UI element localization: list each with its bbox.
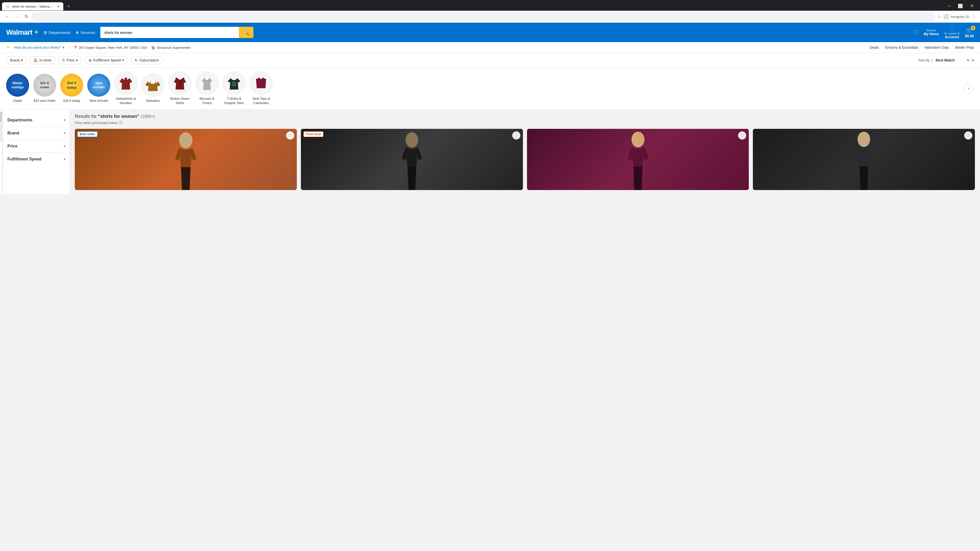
price-filter-label: Price [66, 58, 75, 62]
category-item-tshirts[interactable]: T-Shirts & Graphic Tees [223, 72, 245, 105]
instore-filter[interactable]: 🏠 In-store [30, 56, 55, 64]
price-note-text: Price when purchased online [75, 121, 118, 125]
sort-select[interactable]: Best Match Price Low to High Price High … [935, 58, 970, 62]
product-grid: Best seller ♡ Flash Deal ♡ [75, 129, 975, 190]
valentines-nav-link[interactable]: Valentine's Day [924, 45, 949, 49]
wishlist-icon[interactable]: ♡ [913, 29, 918, 36]
grocery-nav-link[interactable]: Grocery & Essentials [885, 45, 918, 49]
how-label: How do you want your items? [14, 45, 61, 49]
cart-badge: 0 [971, 26, 975, 30]
product-card-3[interactable]: ♡ [527, 129, 749, 190]
category-item-sweaters[interactable]: Sweaters [142, 74, 164, 103]
svg-rect-4 [232, 81, 236, 86]
info-icon[interactable]: ⓘ [119, 121, 123, 125]
back-button[interactable]: ← [3, 13, 11, 21]
page-body: Brand ▾ 🏠 In-store © Price ▾ ⊕ Fulfillme… [0, 53, 980, 194]
svg-point-1 [180, 81, 180, 82]
bookmark-icon[interactable]: ☆ [937, 14, 941, 19]
category-item-blouses[interactable]: Blouses & Tunics [196, 72, 218, 105]
wishlist-button-1[interactable]: ♡ [286, 131, 294, 140]
category-circle-tshirts [223, 72, 245, 95]
scroll-indicator[interactable] [0, 110, 2, 194]
departments-section-header[interactable]: Departments ▾ [7, 118, 65, 122]
new-tab-button[interactable]: + [65, 3, 72, 10]
svg-point-2 [180, 83, 180, 84]
wishlist-button-2[interactable]: ♡ [512, 131, 520, 140]
sort-area: Sort by | Best Match Price Low to High P… [918, 58, 974, 62]
account-group[interactable]: 👤 Hi, Lauren D Account [944, 26, 960, 39]
browser-chrome: 🛒 shirts for women - Walmart.co... ✕ + ─… [0, 0, 980, 23]
brand-filter[interactable]: Brand ▾ [6, 56, 27, 64]
flash-badge-2: Flash Deal [304, 131, 323, 137]
price-section-label: Price [7, 144, 18, 148]
departments-grid-icon: ⊞ [44, 30, 47, 35]
wishlist-button-4[interactable]: ♡ [964, 131, 972, 140]
wishlist-button-3[interactable]: ♡ [738, 131, 746, 140]
cart-group[interactable]: 🛒 0 $0.00 [965, 27, 974, 38]
category-label-buttondown: Button Down Shirts [169, 97, 191, 105]
cart-price: $0.00 [965, 34, 974, 38]
category-circle-text-newarrivals: Newarrivals [91, 79, 106, 91]
category-item-deals[interactable]: Wintersavings Deals [6, 74, 29, 103]
price-filter[interactable]: © Price ▾ [59, 56, 82, 64]
price-section-header[interactable]: Price ▾ [7, 144, 65, 148]
forward-button[interactable]: → [13, 13, 21, 21]
buttondown-svg [171, 74, 189, 92]
active-tab[interactable]: 🛒 shirts for women - Walmart.co... ✕ [2, 2, 63, 11]
sort-label: Sort by [918, 58, 929, 62]
product-card-1[interactable]: Best seller ♡ [75, 129, 297, 190]
tshirt-svg [225, 74, 243, 92]
minimize-button[interactable]: ─ [945, 2, 953, 10]
reorder-group[interactable]: Reorder My Items [924, 29, 939, 36]
category-item-under15[interactable]: $15 &under $15 and Under [33, 74, 56, 103]
sidebar-section-departments: Departments ▾ [7, 114, 65, 127]
url-input[interactable]: walmart.com/search?q=shirts%20for%20wome… [36, 14, 931, 19]
location-info[interactable]: 📍 20 Cooper Square, New York, NY 10003, … [73, 46, 147, 49]
services-nav[interactable]: ⊕ Services [76, 30, 95, 35]
close-window-button[interactable]: ✕ [968, 2, 976, 10]
address-bar[interactable]: walmart.com/search?q=shirts%20for%20wome… [32, 13, 935, 21]
departments-nav[interactable]: ⊞ Departments [44, 30, 70, 35]
winter-prep-nav-link[interactable]: Winter Prep [955, 45, 974, 49]
category-item-tank[interactable]: Tank Tops & Camisoles [250, 72, 272, 105]
category-item-sweatshirts[interactable]: Sweatshirts & Hoodies [115, 72, 137, 105]
search-input[interactable] [100, 27, 239, 38]
subscription-filter-label: Subscription [139, 58, 159, 62]
search-button[interactable]: 🔍 [239, 27, 253, 38]
fulfillment-section-label: Fulfillment Speed [7, 157, 41, 162]
product-card-2[interactable]: Flash Deal ♡ [301, 129, 523, 190]
subscription-filter[interactable]: ↻ Subscription [131, 56, 163, 64]
category-circle-text-getittoday: Get ittoday [65, 79, 78, 91]
tab-bar: 🛒 shirts for women - Walmart.co... ✕ + ─… [0, 0, 980, 11]
svg-point-6 [406, 132, 418, 148]
walmart-logo[interactable]: Walmart ✦ [6, 28, 38, 37]
tab-close-icon[interactable]: ✕ [57, 5, 60, 8]
carousel-next-button[interactable]: › [964, 83, 974, 94]
category-item-buttondown[interactable]: Button Down Shirts [169, 72, 191, 105]
deals-nav-link[interactable]: Deals [870, 45, 879, 49]
chevron-down-icon: ▾ [62, 45, 64, 49]
reload-button[interactable]: ↻ [23, 13, 30, 21]
header-right: ♡ Reorder My Items 👤 Hi, Lauren D Accoun… [913, 26, 974, 39]
sweater-svg [144, 76, 162, 94]
fulfillment-section-header[interactable]: Fulfillment Speed ▾ [7, 157, 65, 162]
fulfillment-filter[interactable]: ⊕ Fulfillment Speed ▾ [85, 56, 128, 64]
category-item-newarrivals[interactable]: Newarrivals New Arrivals [87, 74, 110, 103]
reorder-label: Reorder [926, 29, 936, 32]
delivery-method-button[interactable]: How do you want your items? ▾ [14, 45, 64, 49]
menu-icon[interactable]: ⋮ [971, 14, 977, 20]
store-name: Secaucus Supercenter [157, 46, 191, 49]
tank-svg [252, 74, 270, 92]
chevron-down-icon: ▾ [76, 58, 78, 62]
svg-point-5 [179, 132, 192, 148]
price-note: Price when purchased online ⓘ [75, 121, 975, 125]
category-item-getittoday[interactable]: Get ittoday Get it today [60, 74, 83, 103]
spark-icon: ✦ [34, 29, 38, 36]
split-screen-icon[interactable]: ⬜ [943, 14, 949, 19]
fulfillment-filter-label: Fulfillment Speed [93, 58, 121, 62]
maximize-button[interactable]: ⬜ [956, 2, 965, 10]
category-label-deals: Deals [13, 99, 22, 103]
brand-section-header[interactable]: Brand ▾ [7, 131, 65, 135]
product-card-4[interactable]: ♡ [753, 129, 975, 190]
store-info[interactable]: 🏪 Secaucus Supercenter [151, 46, 191, 49]
